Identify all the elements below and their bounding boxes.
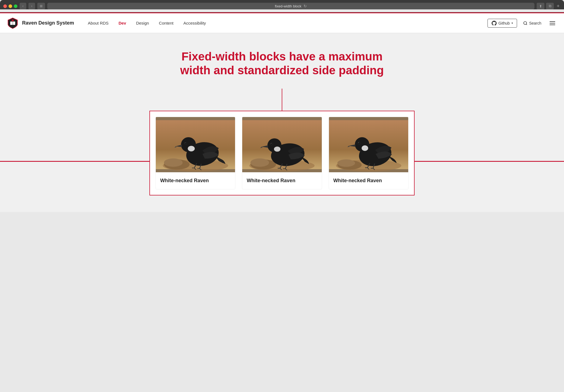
svg-line-4: [526, 24, 527, 25]
minimize-button[interactable]: [9, 4, 12, 8]
browser-chrome: ‹ › ⊞ fixed-width block ↻ ⬆ ⧉ +: [0, 0, 564, 9]
card-2-title: White-necked Raven: [247, 178, 317, 184]
card-1-title: White-necked Raven: [160, 178, 231, 184]
svg-rect-1: [13, 22, 15, 25]
nav-right: Github ▾ Search: [487, 19, 557, 28]
svg-rect-2: [12, 22, 13, 25]
svg-rect-0: [10, 22, 12, 25]
card-1: White-necked Raven: [156, 117, 235, 189]
raven-illustration-3: [329, 117, 408, 172]
card-3-title: White-necked Raven: [333, 178, 404, 184]
connector-line-container: [0, 89, 564, 111]
browser-controls: ‹ › ⊞ fixed-width block ↻ ⬆ ⧉ +: [3, 3, 561, 9]
svg-point-32: [337, 159, 355, 167]
svg-point-3: [524, 22, 527, 25]
search-button[interactable]: Search: [519, 19, 545, 27]
nav-about-rds[interactable]: About RDS: [83, 13, 114, 33]
hamburger-line-1: [550, 21, 555, 22]
logo-text: Raven Design System: [22, 20, 74, 26]
nav-accessibility[interactable]: Accessibility: [178, 13, 211, 33]
fixed-width-area: White-necked Raven: [0, 111, 564, 212]
svg-point-20: [251, 158, 269, 167]
card-2-body: White-necked Raven: [242, 172, 321, 189]
hamburger-line-2: [550, 23, 555, 23]
sidebar-button[interactable]: ⊞: [37, 3, 45, 9]
svg-point-11: [188, 146, 195, 151]
share-button[interactable]: ⬆: [537, 3, 544, 9]
nav-content[interactable]: Content: [154, 13, 178, 33]
github-button[interactable]: Github ▾: [487, 19, 517, 28]
logo-link[interactable]: Raven Design System: [7, 17, 74, 29]
add-button[interactable]: +: [555, 3, 561, 9]
hamburger-line-3: [550, 25, 555, 25]
nav-dev[interactable]: Dev: [114, 13, 131, 33]
svg-point-23: [274, 147, 281, 152]
address-bar[interactable]: fixed-width block ↻: [47, 3, 534, 9]
url-text: fixed-width block: [275, 4, 301, 8]
raven-illustration-1: [156, 117, 235, 172]
search-label: Search: [529, 21, 541, 25]
card-1-body: White-necked Raven: [156, 172, 235, 189]
card-1-image: [156, 117, 235, 172]
svg-point-26: [271, 143, 272, 144]
card-2-image: [242, 117, 321, 172]
maximize-button[interactable]: [14, 4, 17, 8]
card-3: White-necked Raven: [329, 117, 408, 189]
svg-point-38: [358, 142, 359, 143]
back-button[interactable]: ‹: [20, 3, 26, 9]
connector-line: [282, 89, 282, 111]
github-icon: [492, 21, 497, 26]
nav-design[interactable]: Design: [131, 13, 154, 33]
fixed-width-container: White-necked Raven: [149, 111, 415, 195]
hamburger-button[interactable]: [547, 19, 557, 27]
reload-button[interactable]: ↻: [304, 4, 307, 8]
forward-button[interactable]: ›: [28, 3, 35, 9]
new-tab-button[interactable]: ⧉: [546, 3, 554, 9]
github-chevron-icon: ▾: [512, 22, 513, 25]
card-3-body: White-necked Raven: [329, 172, 408, 189]
card-2: White-necked Raven: [242, 117, 322, 189]
cards-grid: White-necked Raven: [156, 117, 408, 189]
svg-point-8: [164, 158, 183, 167]
website-content: Raven Design System About RDS Dev Design…: [0, 13, 564, 212]
hero-title: Fixed-width blocks have a maximum width …: [172, 50, 392, 78]
svg-point-14: [185, 143, 186, 144]
main-nav: About RDS Dev Design Content Accessibili…: [83, 13, 487, 33]
svg-point-35: [362, 145, 368, 151]
traffic-lights: [3, 4, 17, 8]
site-header: Raven Design System About RDS Dev Design…: [0, 13, 564, 33]
close-button[interactable]: [3, 4, 7, 8]
logo-icon: [7, 17, 19, 29]
raven-illustration-2: [242, 117, 321, 172]
search-icon: [523, 21, 528, 25]
github-label: Github: [498, 21, 510, 25]
browser-actions: ⬆ ⧉ +: [537, 3, 561, 9]
card-3-image: [329, 117, 408, 172]
hero-section: Fixed-width blocks have a maximum width …: [0, 33, 564, 89]
